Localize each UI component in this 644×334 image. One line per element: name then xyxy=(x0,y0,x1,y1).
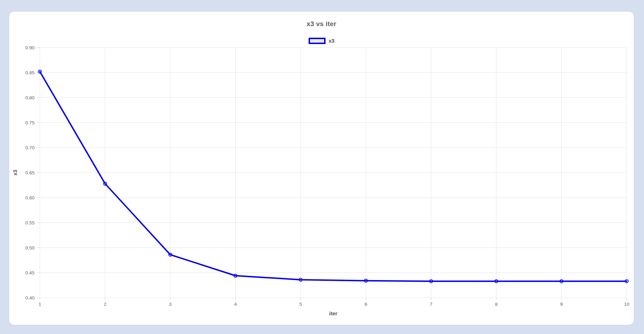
y-tick-label: 0.70 xyxy=(25,145,35,150)
y-tick-label: 0.85 xyxy=(25,70,35,75)
plot-area: 0.400.450.500.550.600.650.700.750.800.85… xyxy=(9,12,634,325)
x-tick-label: 7 xyxy=(430,302,433,307)
x-tick-label: 10 xyxy=(624,302,629,307)
y-tick-label: 0.65 xyxy=(25,170,35,175)
y-tick-label: 0.90 xyxy=(25,45,35,50)
x-tick-label: 2 xyxy=(104,302,107,307)
x-tick-label: 5 xyxy=(299,302,302,307)
x-tick-label: 1 xyxy=(38,302,41,307)
x-tick-label: 8 xyxy=(495,302,498,307)
y-tick-label: 0.50 xyxy=(25,245,35,251)
y-tick-label: 0.75 xyxy=(25,120,35,125)
x-tick-label: 9 xyxy=(560,302,563,307)
y-tick-label: 0.80 xyxy=(25,95,35,100)
x-tick-label: 3 xyxy=(169,302,172,307)
x-tick-label: 6 xyxy=(365,302,367,307)
chart-card: x3 vs iter x3 0.400.450.500.550.600.650.… xyxy=(9,12,634,325)
y-tick-label: 0.45 xyxy=(25,270,35,276)
x-axis-title: iter xyxy=(329,310,338,316)
y-tick-label: 0.60 xyxy=(25,195,35,200)
x-tick-label: 4 xyxy=(234,302,237,307)
series-line-x3 xyxy=(40,72,627,281)
y-axis-title: x3 xyxy=(12,170,18,176)
y-tick-label: 0.40 xyxy=(25,295,35,301)
y-tick-label: 0.55 xyxy=(25,220,35,225)
